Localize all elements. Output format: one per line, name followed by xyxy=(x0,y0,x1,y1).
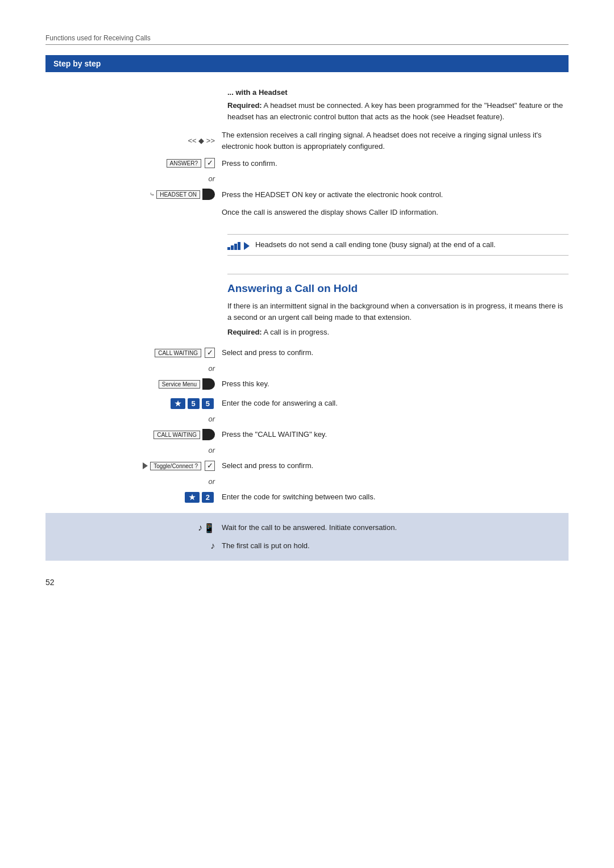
call-waiting-key-1[interactable]: CALL WAITING xyxy=(155,349,201,357)
answering-required: Required: A call is in progress. xyxy=(227,327,569,338)
code-2-desc: Enter the code for switching between two… xyxy=(222,491,569,503)
call-waiting-row-1: CALL WAITING ✓ Select and press to confi… xyxy=(45,345,569,361)
toggle-check[interactable]: ✓ xyxy=(205,461,215,471)
code-55-desc: Enter the code for answering a call. xyxy=(222,398,569,409)
answering-intro: If there is an intermittent signal in th… xyxy=(227,301,569,323)
result-row-1: ♪ 📱 Wait for the call to be answered. In… xyxy=(45,520,569,536)
service-menu-row: Service Menu Press this key. xyxy=(45,376,569,392)
step-header: Step by step xyxy=(45,55,569,72)
call-waiting-key-2[interactable]: CALL WAITING xyxy=(154,431,200,439)
headset-required-text: Required: A headset must be connected. A… xyxy=(227,100,569,123)
answer-check[interactable]: ✓ xyxy=(205,158,215,168)
or-row-2: or xyxy=(45,364,569,373)
star-key-1: ★ xyxy=(171,398,185,409)
result-desc-1: Wait for the call to be answered. Initia… xyxy=(222,522,569,533)
service-menu-desc: Press this key. xyxy=(222,378,569,390)
bell-row: << ◆ >> The extension receives a call ri… xyxy=(45,130,569,152)
phone-icon-result: ♪ xyxy=(210,541,215,551)
service-menu-key[interactable]: Service Menu xyxy=(159,380,200,389)
note-text: Headsets do not send a call ending tone … xyxy=(255,239,496,251)
toggle-connect-key[interactable]: Toggle/Connect ? xyxy=(150,462,201,470)
note-icon xyxy=(227,240,250,249)
toggle-connect-row: Toggle/Connect ? ✓ Select and press to c… xyxy=(45,458,569,474)
or-row-4: or xyxy=(45,446,569,454)
star-key-2: ★ xyxy=(185,492,200,503)
headset-circle xyxy=(202,189,215,200)
result-desc-2: The first call is put on hold. xyxy=(222,540,569,552)
bell-symbol: << ◆ >> xyxy=(188,136,215,145)
call-waiting-desc-1: Select and press to confirm. xyxy=(222,347,569,358)
note-box: Headsets do not send a call ending tone … xyxy=(227,234,569,256)
star-55-row: ★ 5 5 Enter the code for answering a cal… xyxy=(45,395,569,411)
toggle-desc: Select and press to confirm. xyxy=(222,460,569,471)
answer-row: ANSWER? ✓ Press to confirm. xyxy=(45,155,569,171)
header-text: Functions used for Receiving Calls xyxy=(45,34,151,42)
or-row-5: or xyxy=(45,477,569,486)
call-waiting-circle-2 xyxy=(202,429,215,440)
call-waiting-desc-2: Press the "CALL WAITING" key. xyxy=(222,429,569,440)
call-waiting-check-1[interactable]: ✓ xyxy=(205,348,215,358)
headset-icon-result: 📱 xyxy=(204,523,215,533)
answer-key[interactable]: ANSWER? xyxy=(167,159,201,168)
service-menu-circle xyxy=(202,378,215,390)
toggle-arrow-icon xyxy=(143,462,148,469)
headset-on-row: ⤷ HEADSET ON Press the HEADSET ON key or… xyxy=(45,186,569,202)
or-row-1: or xyxy=(45,174,569,183)
bell-desc: The extension receives a call ringing si… xyxy=(222,130,569,152)
star-2-row: ★ 2 Enter the code for switching between… xyxy=(45,489,569,505)
phone-signal-icon-1: ♪ xyxy=(198,523,202,533)
code-2: 2 xyxy=(202,492,214,503)
caller-id-row: Once the call is answered the display sh… xyxy=(45,206,569,222)
code-5a: 5 xyxy=(188,398,200,409)
page-number: 52 xyxy=(45,578,569,587)
caller-id-desc: Once the call is answered the display sh… xyxy=(222,207,569,218)
headset-on-key[interactable]: HEADSET ON xyxy=(156,190,200,199)
call-waiting-row-2: CALL WAITING Press the "CALL WAITING" ke… xyxy=(45,427,569,443)
answer-desc: Press to confirm. xyxy=(222,158,569,169)
headset-section-title: ... with a Headset xyxy=(227,88,569,97)
headset-on-desc: Press the HEADSET ON key or activate the… xyxy=(222,189,569,201)
or-row-3: or xyxy=(45,415,569,423)
result-row-2: ♪ The first call is put on hold. xyxy=(45,538,569,554)
code-5b: 5 xyxy=(202,398,214,409)
page-header: Functions used for Receiving Calls xyxy=(45,34,569,45)
result-section: ♪ 📱 Wait for the call to be answered. In… xyxy=(45,513,569,561)
answering-section-title: Answering a Call on Hold xyxy=(227,274,569,295)
